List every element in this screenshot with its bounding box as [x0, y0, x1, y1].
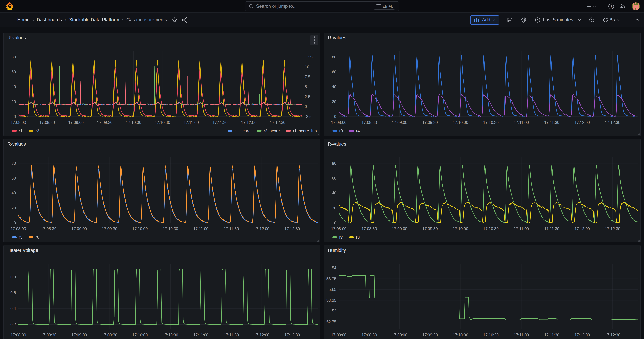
svg-text:17:09:30: 17:09:30 — [422, 333, 438, 337]
grafana-logo[interactable] — [6, 2, 14, 10]
svg-text:17:08:30: 17:08:30 — [362, 120, 377, 125]
legend-item-r2[interactable]: r2 — [29, 128, 39, 133]
legend-item-r6[interactable]: r6 — [29, 235, 39, 240]
collapse-toolbar-button[interactable] — [635, 19, 639, 22]
svg-text:80: 80 — [332, 55, 336, 59]
svg-text:17:09:30: 17:09:30 — [422, 226, 438, 231]
panel-title[interactable]: R-values — [4, 142, 320, 147]
panel-title[interactable]: Humidity — [324, 248, 640, 253]
svg-text:60: 60 — [12, 70, 16, 74]
gear-icon — [520, 17, 527, 23]
svg-text:17:12:00: 17:12:00 — [241, 120, 257, 125]
legend-item-r5[interactable]: r5 — [12, 235, 22, 240]
legend-item-r4[interactable]: r4 — [349, 128, 360, 133]
chart-humidity[interactable]: 52.755353.2553.553.755417:08:0017:08:301… — [324, 246, 641, 339]
panel-legend: r7r8 — [332, 235, 637, 240]
breadcrumb-separator: › — [122, 17, 124, 23]
chart-r-values-2[interactable]: 02040608017:08:0017:08:3017:09:0017:09:3… — [324, 33, 641, 136]
chart-r-values-3[interactable]: 02040608017:08:0017:08:3017:09:0017:09:3… — [4, 139, 320, 242]
legend-label: r1 — [19, 128, 22, 133]
svg-text:17:10:00: 17:10:00 — [453, 333, 468, 337]
legend-swatch — [12, 130, 17, 132]
chevron-down-icon — [616, 19, 620, 21]
breadcrumb-folder[interactable]: Stackable Data Platform — [69, 17, 119, 22]
keyboard-icon — [376, 4, 381, 8]
legend-item-r7[interactable]: r7 — [332, 235, 343, 240]
legend-item-r1_score_lttb[interactable]: r1_score_lttb — [286, 128, 317, 133]
breadcrumb: Home › Dashboards › Stackable Data Platf… — [17, 17, 167, 23]
dashboard-settings-button[interactable] — [520, 17, 527, 23]
svg-text:17:12:30: 17:12:30 — [270, 120, 286, 125]
add-panel-icon — [474, 18, 480, 22]
search-icon — [249, 4, 254, 9]
breadcrumb-dashboards[interactable]: Dashboards — [37, 17, 62, 22]
chart-r-values-4[interactable]: 02040608017:08:0017:08:3017:09:0017:09:3… — [324, 139, 641, 242]
svg-text:0: 0 — [334, 221, 336, 225]
panel-legend: r3r4 — [332, 128, 637, 133]
refresh-interval-label: 5s — [610, 17, 615, 22]
legend-swatch — [12, 236, 17, 238]
svg-text:0: 0 — [334, 114, 336, 119]
svg-text:40: 40 — [12, 191, 16, 195]
legend-label: r8 — [356, 235, 360, 240]
save-dashboard-button[interactable] — [507, 17, 513, 23]
clock-icon — [535, 17, 540, 23]
dashboard-toolbar: Home › Dashboards › Stackable Data Platf… — [0, 13, 644, 27]
panel-title[interactable]: Heater Voltage — [4, 248, 320, 253]
svg-text:0: 0 — [14, 221, 16, 225]
svg-text:60: 60 — [332, 176, 336, 180]
svg-text:17:10:30: 17:10:30 — [155, 120, 170, 125]
avatar-pixel-art — [632, 2, 640, 10]
panel-title[interactable]: R-values — [324, 142, 640, 147]
help-button[interactable]: ? — [608, 3, 614, 10]
global-search[interactable]: ctrl+k — [245, 2, 399, 11]
legend-item-r1_score[interactable]: r1_score — [228, 128, 250, 133]
svg-text:17:08:00: 17:08:00 — [10, 226, 26, 231]
svg-text:0.8: 0.8 — [10, 275, 16, 279]
news-button[interactable] — [620, 4, 626, 9]
svg-text:80: 80 — [12, 55, 16, 59]
legend-item-r1[interactable]: r1 — [12, 128, 22, 133]
favorite-button[interactable] — [172, 17, 177, 23]
svg-text:17:09:00: 17:09:00 — [392, 120, 407, 125]
svg-text:-2.5: -2.5 — [305, 114, 312, 119]
legend-swatch — [257, 130, 262, 132]
svg-text:40: 40 — [332, 84, 336, 89]
add-panel-button[interactable]: Add — [470, 15, 499, 25]
series-line-humidity — [338, 275, 639, 320]
svg-text:17:12:30: 17:12:30 — [605, 226, 620, 231]
chart-heater-voltage[interactable]: 0.20.40.60.817:08:0017:08:3017:09:0017:0… — [4, 246, 320, 339]
mega-menu-button[interactable] — [6, 18, 12, 22]
legend-item-r8[interactable]: r8 — [349, 235, 360, 240]
legend-label: r2_score — [264, 128, 280, 133]
legend-label: r6 — [36, 235, 39, 240]
svg-text:17:12:30: 17:12:30 — [284, 226, 300, 231]
breadcrumb-separator: › — [32, 17, 34, 23]
svg-text:53.75: 53.75 — [326, 276, 336, 281]
breadcrumb-home[interactable]: Home — [17, 17, 30, 22]
zoom-out-time-button[interactable] — [589, 17, 595, 23]
legend-item-r2_score[interactable]: r2_score — [257, 128, 280, 133]
svg-text:17:11:00: 17:11:00 — [514, 226, 529, 231]
share-button[interactable] — [182, 17, 188, 23]
new-menu-button[interactable]: + — [587, 3, 596, 10]
svg-text:17:12:30: 17:12:30 — [605, 333, 620, 337]
svg-text:17:12:00: 17:12:00 — [574, 226, 590, 231]
panel-menu-button[interactable] — [310, 35, 318, 45]
user-avatar[interactable] — [632, 2, 640, 10]
panel-title[interactable]: R-values — [324, 35, 640, 40]
legend-item-r3[interactable]: r3 — [332, 128, 343, 133]
time-range-picker[interactable]: Last 5 minutes — [535, 17, 581, 23]
svg-text:17:10:30: 17:10:30 — [483, 333, 498, 337]
refresh-picker[interactable]: 5s — [602, 17, 620, 23]
panel-title[interactable]: R-values — [4, 35, 320, 40]
svg-text:17:11:30: 17:11:30 — [544, 120, 559, 125]
legend-swatch — [228, 130, 232, 132]
svg-text:17:08:00: 17:08:00 — [10, 333, 26, 337]
svg-text:17:08:00: 17:08:00 — [331, 120, 346, 125]
series-line-r6 — [17, 165, 318, 222]
chevron-down-icon — [593, 5, 596, 8]
search-input[interactable] — [256, 4, 374, 9]
help-icon: ? — [608, 3, 614, 10]
chart-r-values-1[interactable]: 020406080-2.502.557.51012.517:08:0017:08… — [4, 33, 320, 136]
